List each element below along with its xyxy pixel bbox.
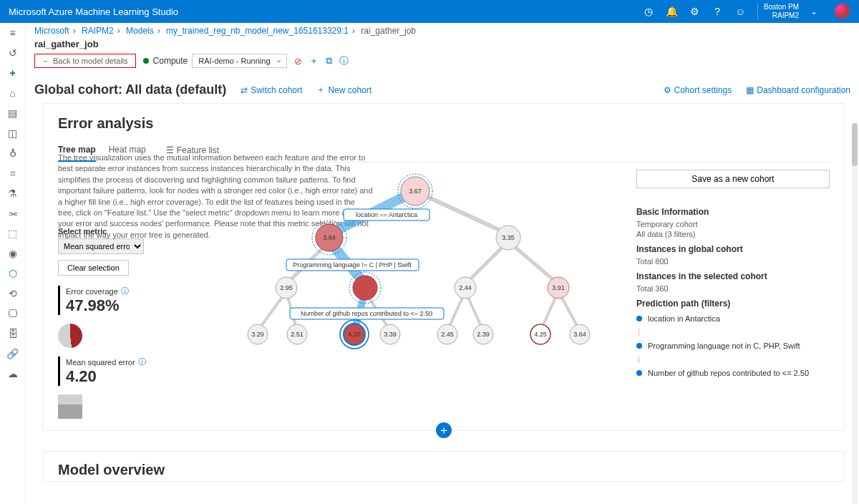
mse-label: Mean squared error: [66, 358, 135, 367]
tree-node-l2a[interactable]: 2.95: [276, 277, 297, 299]
info-icon[interactable]: ⓘ: [339, 54, 349, 67]
feedback-icon[interactable]: ☺: [734, 6, 746, 17]
svg-text:2.95: 2.95: [280, 284, 293, 291]
breadcrumb: Microsoft› RAIPM2› Models› my_trained_re…: [26, 23, 859, 39]
svg-text:3.67: 3.67: [409, 188, 422, 195]
cohort-settings-link[interactable]: ⚙Cohort settings: [664, 85, 732, 95]
svg-text:2.45: 2.45: [441, 331, 454, 338]
header-icons: ◷ 🔔 ⚙ ? ☺ Boston PM RAIPM2 ⌄: [643, 3, 850, 20]
status-dot-icon: [143, 58, 149, 64]
save-cohort-button[interactable]: Save as a new cohort: [636, 170, 830, 188]
plus-fab-icon: ＋: [438, 423, 450, 438]
notebook-icon[interactable]: ▤: [7, 107, 19, 119]
tree-node-l3h[interactable]: 3.64: [570, 324, 590, 344]
datastore-icon[interactable]: 🗄: [7, 328, 19, 339]
scrollbar-thumb[interactable]: [852, 123, 858, 166]
bullet-icon: [636, 370, 642, 376]
mse-value: 4.20: [66, 367, 165, 386]
data-icon[interactable]: ⟲: [7, 288, 19, 299]
chevron-down-icon[interactable]: ⌄: [810, 6, 817, 16]
crumb-model[interactable]: my_trained_reg_nb_model_new_1651613329:1: [166, 26, 349, 36]
global-instances-value: Total 800: [636, 257, 830, 266]
crumb-microsoft[interactable]: Microsoft: [34, 26, 69, 36]
crumb-models[interactable]: Models: [126, 26, 154, 36]
tree-node-l2c[interactable]: 2.44: [455, 277, 476, 299]
scrollbar[interactable]: [852, 123, 858, 504]
tree-node-root[interactable]: 3.67: [398, 174, 432, 208]
workspace-icon[interactable]: ⌗: [7, 168, 19, 179]
add-icon[interactable]: ＋: [309, 54, 319, 67]
clear-selection-button[interactable]: Clear selection: [58, 260, 129, 276]
path-filter-1: location in Antarctica: [636, 314, 830, 323]
compute-select[interactable]: RAI-demo - Running: [192, 54, 286, 68]
model-icon[interactable]: ⬚: [7, 228, 19, 239]
tree-node-l3c[interactable]: 4.20: [340, 320, 369, 349]
switch-cohort-link[interactable]: ⇄Switch cohort: [241, 85, 302, 95]
info-small2-icon[interactable]: ⓘ: [138, 357, 146, 367]
help-icon[interactable]: ?: [712, 6, 723, 17]
user-block[interactable]: Boston PM RAIPM2: [757, 3, 799, 20]
cloud-icon[interactable]: ☁: [7, 368, 19, 379]
stop-icon[interactable]: ⊘: [294, 56, 302, 67]
svg-text:2.51: 2.51: [291, 331, 304, 338]
menu-icon[interactable]: ≡: [7, 27, 19, 39]
endpoint-icon[interactable]: ◉: [7, 248, 19, 259]
tree-node-l2d[interactable]: 3.91: [548, 277, 569, 299]
dashboard-config-link[interactable]: ▦Dashboard configuration: [746, 85, 850, 95]
tree-node-l3b[interactable]: 2.51: [287, 324, 307, 344]
user-location: Boston PM: [764, 3, 799, 11]
avatar[interactable]: [835, 4, 850, 19]
compute-icon[interactable]: 🖵: [7, 308, 19, 319]
cube-icon[interactable]: ⬡: [7, 268, 19, 279]
gear-small-icon: ⚙: [664, 85, 671, 95]
plus-icon[interactable]: +: [7, 67, 19, 79]
crumb-current: rai_gather_job: [361, 26, 416, 36]
tree-node-l3g[interactable]: 4.25: [530, 324, 550, 344]
page-title: rai_gather_job: [26, 39, 859, 52]
pipeline-icon[interactable]: ⫘: [7, 208, 19, 219]
tree-node-l2b[interactable]: [349, 272, 381, 304]
svg-text:4.25: 4.25: [534, 331, 547, 338]
crumb-workspace[interactable]: RAIPM2: [82, 26, 114, 36]
new-cohort-link[interactable]: ＋New cohort: [316, 84, 372, 96]
svg-text:3.64: 3.64: [573, 331, 586, 338]
coverage-label: Error coverage: [66, 287, 118, 296]
svg-text:3.91: 3.91: [552, 284, 565, 291]
link-icon[interactable]: 🔗: [7, 348, 19, 359]
plus-small-icon: ＋: [316, 84, 325, 96]
svg-text:3.35: 3.35: [502, 234, 515, 241]
tree-visualization[interactable]: 3.67 3.84 3.35 2.95 2.44 3.91 3.29 2.51 …: [187, 170, 615, 384]
bullet-icon: [636, 343, 642, 349]
tree-node-l1b[interactable]: 3.35: [496, 226, 520, 250]
back-button[interactable]: ← Back to model details: [34, 54, 136, 68]
top-header: Microsoft Azure Machine Learning Studio …: [0, 0, 859, 23]
prediction-path-heading: Prediction path (filters): [636, 299, 830, 309]
tree-node-l3e[interactable]: 2.45: [437, 324, 457, 344]
mse-stat: Mean squared error ⓘ 4.20: [58, 357, 165, 386]
gear-icon[interactable]: ⚙: [689, 6, 700, 17]
sub-toolbar: ← Back to model details Compute RAI-demo…: [26, 52, 859, 74]
designer-icon[interactable]: ♁: [7, 147, 19, 159]
svg-text:3.29: 3.29: [251, 331, 264, 338]
automl-icon[interactable]: ◫: [7, 127, 19, 139]
user-workspace: RAIPM2: [772, 11, 799, 20]
tree-node-l3a[interactable]: 3.29: [248, 324, 268, 344]
app-brand: Microsoft Azure Machine Learning Studio: [9, 6, 643, 17]
info-small-icon[interactable]: ⓘ: [121, 286, 129, 296]
global-instances-heading: Instances in global cohort: [636, 244, 830, 254]
home-icon[interactable]: ⌂: [7, 87, 19, 99]
bell-icon[interactable]: 🔔: [666, 6, 677, 17]
coverage-value: 47.98%: [66, 296, 165, 315]
tree-node-l3f[interactable]: 2.39: [473, 324, 493, 344]
add-fab-button[interactable]: ＋: [436, 422, 452, 438]
selected-instances-value: Total 360: [636, 284, 830, 293]
clock-icon[interactable]: ◷: [643, 6, 654, 17]
experiment-icon[interactable]: ⚗: [7, 188, 19, 199]
mse-bar-icon: [58, 394, 82, 419]
copy-icon[interactable]: ⧉: [326, 55, 332, 67]
model-overview-title: Model overview: [58, 462, 830, 478]
tree-node-l3d[interactable]: 3.39: [380, 324, 400, 344]
undo-icon[interactable]: ↺: [7, 47, 19, 59]
cohort-bar: Global cohort: All data (default) ⇄Switc…: [26, 74, 859, 103]
compute-status: Compute RAI-demo - Running: [143, 54, 287, 68]
